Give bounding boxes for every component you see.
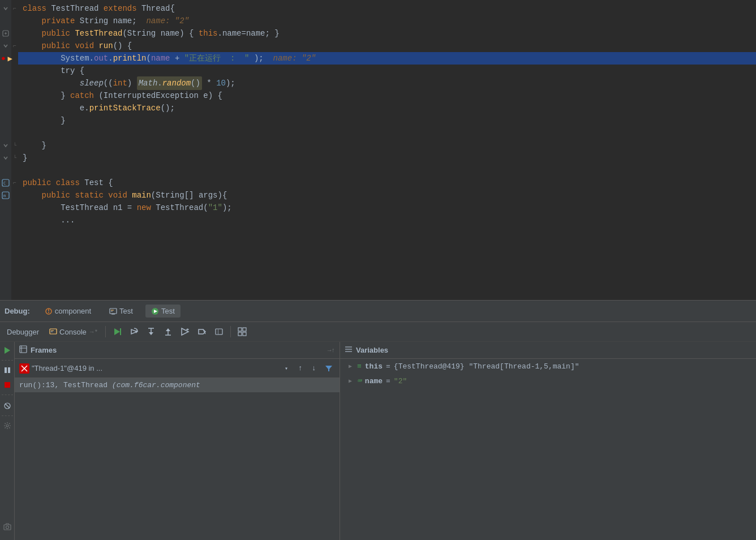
thread-up-button[interactable]: ↑ — [294, 362, 307, 375]
memory-view-button[interactable] — [234, 324, 250, 340]
variable-this[interactable]: ▶ ≡ this = {TestThread@419} "Thread[Thre… — [340, 359, 756, 374]
console-icon — [49, 328, 57, 336]
code-line-7: sleep((int) Math.random() * 10); — [18, 77, 756, 89]
fold-12[interactable]: └ — [13, 139, 16, 152]
evaluate-button[interactable]: |_ — [211, 324, 227, 340]
gutter-icon-12 — [0, 139, 11, 152]
svg-rect-10 — [110, 308, 117, 314]
fold-13[interactable]: └ — [13, 152, 16, 164]
fold-column: ⌐ ⌐ └ └ ⌐ — [11, 0, 18, 300]
svg-rect-36 — [243, 328, 246, 331]
svg-point-45 — [6, 425, 8, 427]
variable-name[interactable]: ▶ ⌨ name = "2" — [340, 374, 756, 388]
gutter-icon-14 — [0, 164, 11, 177]
gutter-icon-5[interactable]: ● ▶ — [0, 52, 11, 65]
variables-panel-title: Variables — [356, 346, 388, 354]
gutter-icons: ● ▶ C — [0, 0, 11, 300]
svg-marker-19 — [114, 328, 120, 335]
svg-rect-16 — [50, 329, 57, 334]
stack-frame-1[interactable]: run():13, TestThread (com.f6car.componen… — [15, 378, 340, 392]
debug-label: Debug: — [5, 307, 30, 315]
code-line-2: private String name; name: "2" — [18, 15, 756, 27]
svg-rect-37 — [238, 332, 242, 336]
name-var-name: name — [365, 377, 383, 385]
step-out-button[interactable] — [160, 324, 176, 340]
pause-action-button[interactable] — [1, 364, 14, 376]
svg-text:|_: |_ — [217, 329, 222, 335]
svg-marker-39 — [5, 347, 10, 354]
svg-rect-46 — [4, 525, 11, 530]
name-equals: = — [386, 377, 390, 385]
code-line-3: public TestThread(String name) { this.na… — [18, 27, 756, 40]
gutter-icon-16[interactable]: m — [0, 189, 11, 202]
mute-action-button[interactable] — [1, 400, 14, 412]
this-equals: = — [386, 362, 390, 371]
code-line-4: public void run() { — [18, 40, 756, 52]
svg-rect-35 — [238, 328, 242, 331]
svg-rect-38 — [243, 332, 246, 336]
frames-icon — [19, 345, 27, 355]
gutter-icon-2 — [0, 15, 11, 27]
gutter-icon-18 — [0, 214, 11, 226]
thread-down-button[interactable]: ↓ — [308, 362, 320, 375]
fold-4[interactable]: ⌐ — [13, 40, 16, 52]
frames-arrow-icon: →↑ — [328, 347, 335, 354]
svg-rect-41 — [8, 367, 10, 373]
svg-rect-40 — [5, 367, 7, 373]
step-over-button[interactable] — [126, 324, 142, 340]
name-expand-icon[interactable]: ▶ — [347, 378, 354, 384]
console-button[interactable]: Console →* — [45, 325, 102, 338]
svg-marker-26 — [166, 328, 170, 331]
debug-tab-test1[interactable]: Test — [104, 305, 139, 318]
gutter-icon-11 — [0, 127, 11, 139]
code-line-12: } — [18, 139, 756, 152]
thread-filter-button[interactable] — [323, 362, 335, 375]
settings-action-button[interactable] — [1, 419, 14, 432]
frames-panel: Frames →↑ "Thread — [15, 342, 340, 540]
run-cursor-button[interactable] — [177, 324, 193, 340]
gutter-icon-7 — [0, 77, 11, 89]
stop-action-button[interactable] — [1, 379, 14, 391]
action-sep-3 — [2, 415, 13, 416]
gutter-icon-15[interactable]: C — [0, 177, 11, 189]
debugger-button[interactable]: Debugger — [2, 325, 44, 338]
code-line-14 — [18, 164, 756, 177]
code-line-6: try { — [18, 65, 756, 77]
toolbar-sep-1 — [105, 326, 106, 337]
run-action-button[interactable] — [1, 344, 14, 357]
fold-1[interactable]: ⌐ — [13, 2, 16, 15]
code-line-8: } catch (InterruptedException e) { — [18, 89, 756, 102]
console-redirect-icon: →* — [89, 328, 97, 335]
code-line-11 — [18, 127, 756, 139]
thread-selector[interactable]: "Thread-1"@419 in ... ▾ ↑ ↓ — [15, 359, 340, 378]
resume-button[interactable] — [109, 324, 125, 340]
step-into-button[interactable] — [143, 324, 159, 340]
thread-label: "Thread-1"@419 in ... — [32, 364, 278, 372]
camera-action-button[interactable] — [1, 521, 14, 533]
this-expand-icon[interactable]: ▶ — [347, 363, 354, 370]
frames-panel-title: Frames — [31, 346, 57, 354]
name-type-icon: ⌨ — [357, 376, 362, 385]
mute-breakpoints-button[interactable] — [194, 324, 210, 340]
gutter-icon-1 — [0, 2, 11, 15]
code-line-17: TestThread n1 = new TestThread("1"); — [18, 202, 756, 214]
gutter-icon-13 — [0, 152, 11, 164]
svg-text:m: m — [3, 194, 6, 198]
test1-tab-label: Test — [119, 307, 133, 315]
code-line-5: System.out.println(name + "正在运行 : " ); n… — [18, 52, 756, 65]
code-line-18: ... — [18, 214, 756, 226]
frames-expand-button[interactable]: →↑ — [328, 347, 335, 354]
this-var-name: this — [365, 362, 383, 371]
debug-tab-test2[interactable]: Test — [145, 305, 181, 318]
action-sidebar — [0, 342, 15, 540]
thread-dropdown-button[interactable]: ▾ — [281, 363, 292, 374]
svg-line-44 — [5, 404, 10, 408]
variables-icon — [345, 345, 353, 355]
debug-tab-component[interactable]: component — [39, 305, 97, 318]
test1-tab-icon — [109, 307, 117, 315]
component-tab-label: component — [55, 307, 91, 315]
code-line-10: } — [18, 114, 756, 127]
fold-15[interactable]: ⌐ — [13, 177, 16, 189]
gutter-icon-3[interactable] — [0, 27, 11, 40]
variables-panel: Variables ▶ ≡ this = {TestThread@419} "T… — [340, 342, 756, 540]
